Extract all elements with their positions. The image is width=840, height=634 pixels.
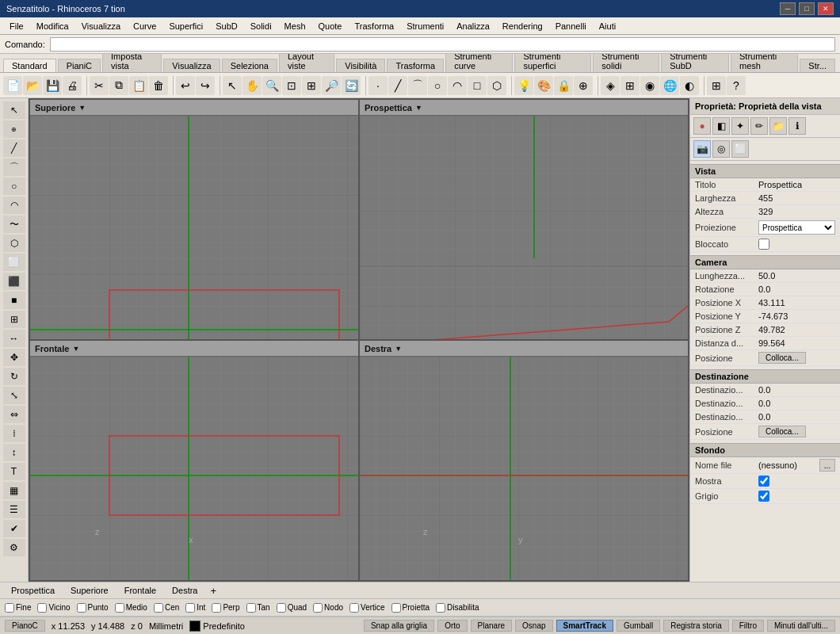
zoom-icon[interactable]: 🔍 xyxy=(262,76,281,95)
close-button[interactable]: ✕ xyxy=(818,2,834,15)
planare-btn[interactable]: Planare xyxy=(471,620,512,632)
viewport-destra[interactable]: Destra ▼ z y xyxy=(359,340,689,581)
menu-quote[interactable]: Quote xyxy=(312,20,349,32)
osnap-btn[interactable]: Osnap xyxy=(515,620,552,632)
bloccato-checkbox[interactable] xyxy=(758,239,769,250)
rp-edit-icon[interactable]: ✏ xyxy=(750,117,768,135)
rp-target-icon[interactable]: ◎ xyxy=(712,140,730,158)
rp-object-icon[interactable]: ● xyxy=(693,117,711,135)
point-icon[interactable]: · xyxy=(368,76,388,95)
menu-curve[interactable]: Curve xyxy=(127,20,162,32)
paste-icon[interactable]: 📋 xyxy=(129,76,148,95)
posizione-dest-button[interactable]: Colloca... xyxy=(758,426,806,437)
menu-mesh[interactable]: Mesh xyxy=(278,20,312,32)
vptab-superiore[interactable]: Superiore xyxy=(63,584,116,597)
snap-tan-cb[interactable] xyxy=(246,603,256,613)
save-icon[interactable]: 💾 xyxy=(43,76,62,95)
snap-int-cb[interactable] xyxy=(185,603,195,613)
snap-vertice-cb[interactable] xyxy=(349,603,359,613)
tab-standard[interactable]: Standard xyxy=(3,59,56,72)
curve-lt-icon[interactable]: ⌒ xyxy=(3,158,25,176)
cut-icon[interactable]: ✂ xyxy=(90,76,109,95)
rotate-icon[interactable]: 🔄 xyxy=(342,76,361,95)
grigio-checkbox[interactable] xyxy=(758,491,769,502)
snap-perp-cb[interactable] xyxy=(212,603,221,613)
vptab-frontale[interactable]: Frontale xyxy=(116,584,164,597)
snap-proietta-cb[interactable] xyxy=(391,603,401,613)
text-lt-icon[interactable]: T xyxy=(3,463,25,480)
undo-icon[interactable]: ↩ xyxy=(176,76,195,95)
freeform-lt-icon[interactable]: 〜 xyxy=(3,216,25,233)
filtro-btn[interactable]: Filtro xyxy=(732,620,764,632)
tab-impostav[interactable]: Imposta vista xyxy=(102,54,162,72)
rp-info-icon[interactable]: ℹ xyxy=(788,117,806,135)
hatch-lt-icon[interactable]: ▦ xyxy=(3,482,25,499)
menu-trasforma[interactable]: Trasforma xyxy=(348,20,400,32)
delete-icon[interactable]: 🗑 xyxy=(149,76,168,95)
line-lt-icon[interactable]: ╱ xyxy=(3,139,25,157)
render-icon[interactable]: 🎨 xyxy=(534,76,553,95)
snap-nodo-cb[interactable] xyxy=(313,603,323,613)
material-icon[interactable]: ◐ xyxy=(680,76,699,95)
vptab-add[interactable]: + xyxy=(206,583,222,598)
zoomwin-icon[interactable]: ⊞ xyxy=(302,76,321,95)
snap-punto-cb[interactable] xyxy=(77,603,86,613)
settings-lt-icon[interactable]: ⚙ xyxy=(3,539,25,556)
wire-icon[interactable]: ⊞ xyxy=(620,76,640,95)
gumball-btn[interactable]: Gumball xyxy=(617,620,660,632)
snap-btn[interactable]: Snap alla griglia xyxy=(364,620,434,632)
file-browse-button[interactable]: ... xyxy=(819,459,835,472)
array-lt-icon[interactable]: ⁞ xyxy=(3,425,25,442)
grid-icon[interactable]: ⊞ xyxy=(707,76,726,95)
display-icon[interactable]: ◈ xyxy=(601,76,620,95)
snap-disabilita-cb[interactable] xyxy=(436,603,445,613)
snap-icon[interactable]: ⊕ xyxy=(574,76,593,95)
tab-trasforma[interactable]: Trasforma xyxy=(387,59,444,72)
viewport-dropdown-prospettica[interactable]: ▼ xyxy=(415,104,422,112)
mostra-checkbox[interactable] xyxy=(758,476,769,487)
snap-fine-cb[interactable] xyxy=(5,603,14,613)
rotate-lt-icon[interactable]: ↻ xyxy=(3,368,25,385)
tab-str-more[interactable]: Str... xyxy=(800,59,835,72)
menu-superfici[interactable]: Superfici xyxy=(162,20,209,32)
vptab-prospettica[interactable]: Prospettica xyxy=(3,584,63,597)
redo-icon[interactable]: ↪ xyxy=(196,76,215,95)
surf-lt-icon[interactable]: ⬜ xyxy=(3,254,25,271)
circle-lt-icon[interactable]: ○ xyxy=(3,178,25,195)
command-input[interactable] xyxy=(50,37,835,52)
lock-icon[interactable]: 🔒 xyxy=(554,76,573,95)
circle-icon[interactable]: ○ xyxy=(428,76,447,95)
snap-medio-cb[interactable] xyxy=(115,603,124,613)
tab-layout[interactable]: Layout viste xyxy=(279,54,334,72)
snap-vicino-cb[interactable] xyxy=(37,603,47,613)
menu-visualizza[interactable]: Visualizza xyxy=(75,20,127,32)
open-icon[interactable]: 📂 xyxy=(23,76,42,95)
zoomin-icon[interactable]: 🔎 xyxy=(322,76,341,95)
transform-lt-icon[interactable]: ↔ xyxy=(3,330,25,347)
poly-lt-icon[interactable]: ⬡ xyxy=(3,235,25,252)
viewport-dropdown-frontale[interactable]: ▼ xyxy=(72,345,79,353)
layer-lt-icon[interactable]: ☰ xyxy=(3,501,25,518)
tab-str-sol[interactable]: Strumenti solidi xyxy=(593,54,659,72)
vptab-destra[interactable]: Destra xyxy=(164,584,205,597)
menu-aiuti[interactable]: Aiuti xyxy=(593,20,622,32)
maximize-button[interactable]: □ xyxy=(799,2,815,15)
pianoc-btn[interactable]: PianoC xyxy=(5,620,45,632)
rp-layer-icon[interactable]: ◧ xyxy=(712,117,730,135)
shade-icon[interactable]: ◉ xyxy=(640,76,659,95)
scale-lt-icon[interactable]: ⤡ xyxy=(3,387,25,404)
posizione-cam-button[interactable]: Colloca... xyxy=(758,352,806,364)
tab-visualizza[interactable]: Visualizza xyxy=(163,59,220,72)
menu-modifica[interactable]: Modifica xyxy=(30,20,75,32)
minuti-btn[interactable]: Minuti dall'ulti... xyxy=(767,620,835,632)
registra-btn[interactable]: Registra storia xyxy=(663,620,728,632)
minimize-button[interactable]: ─ xyxy=(780,2,796,15)
arc-lt-icon[interactable]: ◠ xyxy=(3,197,25,214)
rp-camera-icon[interactable]: 📷 xyxy=(693,140,711,158)
rect-icon[interactable]: □ xyxy=(468,76,487,95)
tab-str-mesh[interactable]: Strumenti mesh xyxy=(731,54,798,72)
snap-quad-cb[interactable] xyxy=(277,603,286,613)
rp-box-icon[interactable]: ⬜ xyxy=(731,140,749,158)
tab-visibilita[interactable]: Visibilità xyxy=(336,59,385,72)
menu-subd[interactable]: SubD xyxy=(209,20,244,32)
